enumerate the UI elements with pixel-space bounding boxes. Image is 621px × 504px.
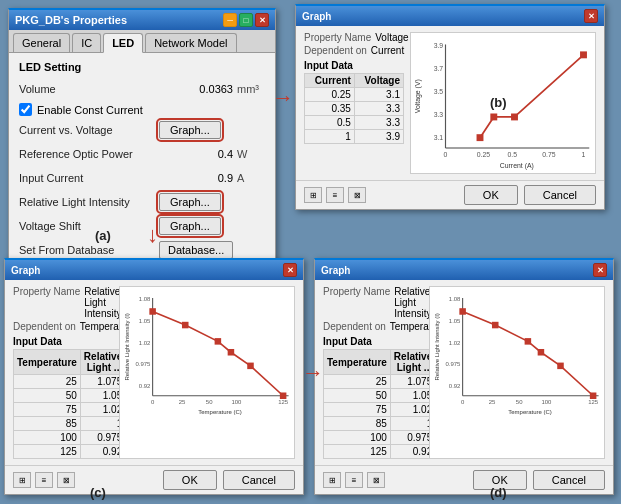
table-row: 0.53.3 bbox=[305, 116, 404, 130]
prop-name-val-b: Voltage bbox=[375, 32, 408, 43]
col-header-b-1: Voltage bbox=[354, 74, 403, 88]
dialog-c-body: Property Name Relative Light Intensity D… bbox=[5, 280, 303, 465]
database-btn[interactable]: Database... bbox=[159, 241, 233, 259]
icon-btn-c-3[interactable]: ⊠ bbox=[57, 472, 75, 488]
icon-btn-c-2[interactable]: ≡ bbox=[35, 472, 53, 488]
prop-name-row-c: Property Name Relative Light Intensity bbox=[13, 286, 113, 319]
data-table-b: Current Voltage 0.253.10.353.30.53.313.9 bbox=[304, 73, 404, 144]
dialog-b-footer-btns: OK Cancel bbox=[464, 185, 596, 205]
graph-voltage-shift-btn[interactable]: Graph... bbox=[159, 217, 221, 235]
prop-name-val-c: Relative Light Intensity bbox=[84, 286, 121, 319]
dialog-c-title-btns: ✕ bbox=[283, 263, 297, 277]
icon-btn-d-1[interactable]: ⊞ bbox=[323, 472, 341, 488]
icon-btn-b-3[interactable]: ⊠ bbox=[348, 187, 366, 203]
input-data-title-b: Input Data bbox=[304, 60, 404, 71]
input-data-title-c: Input Data bbox=[13, 336, 113, 347]
cancel-btn-b[interactable]: Cancel bbox=[524, 185, 596, 205]
table-row: 851 bbox=[324, 417, 436, 431]
icon-btn-b-2[interactable]: ≡ bbox=[326, 187, 344, 203]
ok-btn-b[interactable]: OK bbox=[464, 185, 518, 205]
svg-text:0: 0 bbox=[461, 399, 465, 405]
cancel-btn-d[interactable]: Cancel bbox=[533, 470, 605, 490]
arrow-a-to-c: ↓ bbox=[147, 222, 158, 248]
dep-label-d: Dependent on bbox=[323, 321, 386, 332]
table-cell: 100 bbox=[324, 431, 391, 445]
icon-btn-b-1[interactable]: ⊞ bbox=[304, 187, 322, 203]
enable-const-row: Enable Const Current bbox=[19, 103, 265, 116]
svg-text:1.05: 1.05 bbox=[139, 318, 151, 324]
data-table-c: Temperature Relative Light ... 251.07550… bbox=[13, 349, 126, 459]
cancel-btn-c[interactable]: Cancel bbox=[223, 470, 295, 490]
voltage-shift-row: Voltage Shift Graph... bbox=[19, 216, 265, 236]
svg-rect-37 bbox=[228, 349, 235, 356]
svg-rect-16 bbox=[511, 114, 518, 121]
svg-text:1.08: 1.08 bbox=[449, 296, 461, 302]
svg-text:100: 100 bbox=[231, 399, 242, 405]
tab-general[interactable]: General bbox=[13, 33, 70, 52]
enable-const-checkbox[interactable] bbox=[19, 103, 32, 116]
dialog-b-body: Property Name Voltage Dependent on Curre… bbox=[296, 26, 604, 180]
dialog-d-close[interactable]: ✕ bbox=[593, 263, 607, 277]
tab-ic[interactable]: IC bbox=[72, 33, 101, 52]
svg-text:0.75: 0.75 bbox=[542, 151, 556, 158]
icon-btn-d-2[interactable]: ≡ bbox=[345, 472, 363, 488]
dialog-d-titlebar: Graph ✕ bbox=[315, 260, 613, 280]
svg-text:3.3: 3.3 bbox=[434, 111, 444, 118]
minimize-btn[interactable]: ─ bbox=[223, 13, 237, 27]
svg-text:Voltage (V): Voltage (V) bbox=[414, 79, 422, 113]
dep-row-d: Dependent on Temperature bbox=[323, 321, 423, 332]
tab-led[interactable]: LED bbox=[103, 33, 143, 53]
svg-rect-56 bbox=[525, 338, 532, 345]
svg-text:0.25: 0.25 bbox=[477, 151, 491, 158]
dialog-b-title-btns: ✕ bbox=[584, 9, 598, 23]
tab-network[interactable]: Network Model bbox=[145, 33, 236, 52]
main-dialog-titlebar: PKG_DB's Properties ─ □ ✕ bbox=[9, 10, 275, 30]
table-cell: 75 bbox=[14, 403, 81, 417]
table-row: 1000.975 bbox=[324, 431, 436, 445]
dialog-b-close[interactable]: ✕ bbox=[584, 9, 598, 23]
icon-btn-c-1[interactable]: ⊞ bbox=[13, 472, 31, 488]
table-row: 0.253.1 bbox=[305, 88, 404, 102]
label-d: (d) bbox=[490, 485, 507, 500]
svg-text:1.02: 1.02 bbox=[449, 340, 461, 346]
graph-current-voltage-btn[interactable]: Graph... bbox=[159, 121, 221, 139]
ok-btn-c[interactable]: OK bbox=[163, 470, 217, 490]
dialog-c-close[interactable]: ✕ bbox=[283, 263, 297, 277]
table-row: 0.353.3 bbox=[305, 102, 404, 116]
section-title: LED Setting bbox=[19, 61, 265, 73]
svg-rect-17 bbox=[580, 51, 587, 58]
dialog-b-footer: ⊞ ≡ ⊠ OK Cancel bbox=[296, 180, 604, 209]
rel-light-label: Relative Light Intensity bbox=[19, 196, 159, 208]
input-current-label: Input Current bbox=[19, 172, 159, 184]
dep-row-b: Dependent on Current bbox=[304, 45, 404, 56]
svg-text:Current (A): Current (A) bbox=[500, 162, 534, 170]
table-cell: 100 bbox=[14, 431, 81, 445]
table-cell: 0.35 bbox=[305, 102, 355, 116]
graph-rel-light-btn[interactable]: Graph... bbox=[159, 193, 221, 211]
table-cell: 85 bbox=[14, 417, 81, 431]
volume-value: 0.0363 bbox=[159, 83, 237, 95]
table-cell: 75 bbox=[324, 403, 391, 417]
maximize-btn[interactable]: □ bbox=[239, 13, 253, 27]
table-cell: 0.25 bbox=[305, 88, 355, 102]
table-row: 1250.92 bbox=[324, 445, 436, 459]
dialog-d-info: Property Name Relative Light Intensity D… bbox=[323, 286, 423, 459]
svg-rect-14 bbox=[477, 134, 484, 141]
voltage-shift-label: Voltage Shift bbox=[19, 220, 159, 232]
close-btn[interactable]: ✕ bbox=[255, 13, 269, 27]
col-d-0: Temperature bbox=[324, 350, 391, 375]
tab-bar: General IC LED Network Model bbox=[9, 30, 275, 53]
prop-name-label-b: Property Name bbox=[304, 32, 371, 43]
svg-text:25: 25 bbox=[489, 399, 496, 405]
set-from-db-label: Set From Database bbox=[19, 244, 159, 256]
table-cell: 125 bbox=[324, 445, 391, 459]
current-vs-voltage-row: Current vs. Voltage Graph... bbox=[19, 120, 265, 140]
prop-name-val-d: Relative Light Intensity bbox=[394, 286, 431, 319]
col-c-0: Temperature bbox=[14, 350, 81, 375]
ref-optic-value: 0.4 bbox=[159, 148, 237, 160]
svg-rect-15 bbox=[490, 114, 497, 121]
col-header-b-0: Current bbox=[305, 74, 355, 88]
table-cell: 1 bbox=[305, 130, 355, 144]
icon-btn-d-3[interactable]: ⊠ bbox=[367, 472, 385, 488]
rel-light-row: Relative Light Intensity Graph... bbox=[19, 192, 265, 212]
